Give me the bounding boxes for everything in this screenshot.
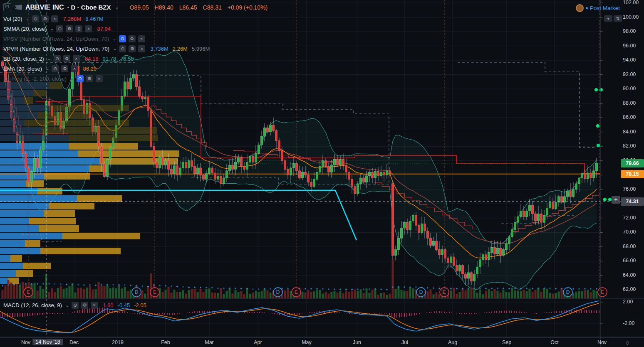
chevron-down-icon[interactable]: ⌄ — [50, 26, 54, 32]
svg-text:E: E — [601, 289, 604, 295]
close-icon[interactable]: × — [85, 25, 92, 32]
crosshair-date-tag: 14 Nov '18 — [32, 339, 63, 345]
indicator-value: 3.736M — [150, 46, 168, 52]
price-tick-label: 70.00 — [623, 229, 636, 235]
time-tick-label: Mar — [205, 340, 214, 345]
symbol-title[interactable]: ABBVIE INC — [25, 4, 64, 11]
eye-icon[interactable]: ⊙ — [72, 302, 79, 309]
crosshair-price-tag[interactable]: 74.31 — [621, 197, 644, 206]
symbol-header: ⊟ ABBVIE INC · D · Cboe BZX ⌄ O89.05 H89… — [3, 3, 268, 11]
indicator-label: EMA (20, close) — [3, 66, 42, 72]
indicator-label: VPVR (Number Of Rows, 24, Up/Down, 70) — [3, 46, 109, 52]
indicator-value: 86.29 — [83, 66, 97, 72]
scroll-down-icon[interactable]: ▾ — [604, 15, 612, 22]
svg-text:D: D — [135, 289, 139, 295]
price-tick-label: 66.00 — [623, 258, 636, 263]
indicator-value: 91.78 — [103, 56, 116, 62]
price-tick-label: 88.00 — [623, 100, 636, 106]
indicator-row-vpvr[interactable]: VPVR (Number Of Rows, 24, Up/Down, 70)⌄⊙… — [3, 45, 210, 52]
indicator-values: 87.94 — [97, 26, 111, 32]
price-tick-label: 68.00 — [623, 244, 636, 249]
svg-text:E: E — [27, 289, 30, 295]
eye-icon[interactable]: ⊙ — [56, 25, 63, 32]
symbol-meta[interactable]: · D · Cboe BZX — [67, 4, 111, 11]
indicator-row-vpsv[interactable]: VPSV (Number Of Rows, 24, Up/Down, 70)⌄⊙… — [3, 35, 145, 42]
display-settings-icon[interactable]: ☼ — [625, 339, 631, 346]
indicator-value: 2.26M — [173, 46, 188, 52]
eye-icon[interactable]: ⊙ — [77, 75, 84, 82]
price-tick-label: 92.00 — [623, 71, 636, 77]
indicator-label: BB (20, close, 2) — [3, 56, 44, 62]
close-icon[interactable]: × — [71, 65, 78, 72]
settings-icon[interactable]: ⚙ — [129, 35, 136, 42]
time-tick-label: May — [302, 340, 312, 345]
indicator-row-macd[interactable]: MACD (12, 26, close, 9)⌄⊙⚙×1.60-0.45-2.0… — [3, 302, 146, 309]
ohlc-readout: O89.05 H89.40 L86.45 C88.31 +0.09 (+0.10… — [130, 4, 268, 11]
indicator-value: 5.996M — [192, 46, 210, 52]
eye-icon[interactable]: ⊙ — [52, 65, 59, 72]
status-dot-icon — [586, 7, 588, 9]
settings-icon[interactable]: ⚙ — [86, 75, 93, 82]
settings-icon[interactable]: ⚙ — [81, 302, 88, 309]
close-icon[interactable]: × — [51, 15, 58, 22]
indicator-value: 87.94 — [97, 26, 111, 32]
drawn-line-price-tag[interactable]: 78.15 — [621, 170, 644, 178]
close-icon[interactable]: × — [138, 35, 145, 42]
auto-scale-icon[interactable]: ⇅ — [614, 15, 622, 22]
indicator-row-vol[interactable]: Vol (20)⌄⊙⚙×7.268M8.467M — [3, 15, 104, 22]
time-tick-label: Apr — [254, 340, 262, 345]
add-alert-plus-button[interactable]: + — [612, 196, 620, 204]
indicator-row-smma[interactable]: SMMA (20, close)⌄⊙⚙{}×87.94 — [3, 25, 111, 32]
change-value: +0.09 (+0.10%) — [228, 4, 268, 11]
time-tick-label: Nov — [597, 340, 607, 345]
last-price-tag[interactable]: 79.66 — [621, 159, 644, 167]
indicator-values: 7.268M8.467M — [63, 16, 104, 22]
indicator-value: 7.268M — [63, 16, 81, 22]
indicator-label: SMMA (20, close) — [3, 26, 47, 32]
collapse-legend-button[interactable]: ⊟ — [3, 3, 11, 11]
svg-text:D: D — [276, 289, 280, 295]
low-value: L86.45 — [179, 4, 197, 11]
high-value: H89.40 — [155, 4, 173, 11]
price-tick-label: 64.00 — [623, 272, 636, 278]
indicator-value: 8.467M — [85, 16, 103, 22]
eye-icon[interactable]: ⊙ — [54, 55, 61, 62]
indicator-row-bb[interactable]: BB (20, close, 2)⌄⊙⚙×84.1891.7876.58 — [3, 55, 134, 62]
trading-chart-app: EDEDEDEDE ⊟ ABBVIE INC · D · Cboe BZX ⌄ … — [0, 0, 644, 347]
chevron-down-icon[interactable]: ⌄ — [115, 5, 119, 10]
close-icon[interactable]: × — [91, 302, 98, 309]
settings-icon[interactable]: ⚙ — [63, 55, 70, 62]
chevron-down-icon[interactable]: ⌄ — [65, 303, 69, 308]
price-tick-label: 82.00 — [623, 143, 636, 149]
svg-text:E: E — [153, 289, 156, 295]
close-icon[interactable]: × — [96, 75, 103, 82]
settings-icon[interactable]: ⚙ — [129, 45, 136, 52]
chevron-down-icon[interactable]: ⌄ — [70, 76, 74, 81]
svg-text:E: E — [443, 289, 446, 295]
chevron-down-icon[interactable]: ⌄ — [26, 16, 30, 22]
indicator-values: 1.60-0.45-2.05 — [103, 302, 146, 308]
settings-icon[interactable]: ⚙ — [66, 25, 73, 32]
time-tick-label: Aug — [448, 340, 457, 345]
chevron-down-icon[interactable]: ⌄ — [113, 46, 116, 52]
price-tick-label: 94.00 — [623, 57, 636, 63]
time-tick-label: Dec — [69, 340, 79, 345]
open-value: O89.05 — [130, 4, 149, 11]
time-tick-label: Feb — [161, 340, 170, 345]
time-tick-label: Jun — [353, 340, 361, 345]
eye-icon[interactable]: ⊙ — [32, 15, 39, 22]
close-icon[interactable]: × — [138, 45, 145, 52]
settings-icon[interactable]: ⚙ — [61, 65, 68, 72]
chevron-down-icon[interactable]: ⌄ — [113, 36, 116, 42]
settings-icon[interactable]: ⚙ — [42, 15, 49, 22]
chevron-down-icon[interactable]: ⌄ — [47, 56, 51, 62]
price-tick-label: 90.00 — [623, 86, 636, 91]
eye-icon[interactable]: ⊙ — [119, 35, 126, 42]
indicator-row-linreg[interactable]: Lin Reg (2, -2, 200, close)⌄⊙⚙× — [3, 75, 103, 82]
source-code-icon[interactable]: {} — [75, 25, 82, 32]
indicator-row-ema[interactable]: EMA (20, close)⌄⊙⚙×86.29 — [3, 65, 97, 72]
eye-icon[interactable]: ⊙ — [119, 45, 126, 52]
close-icon[interactable]: × — [73, 55, 80, 62]
svg-text:D: D — [419, 289, 423, 295]
chevron-down-icon[interactable]: ⌄ — [45, 66, 49, 71]
